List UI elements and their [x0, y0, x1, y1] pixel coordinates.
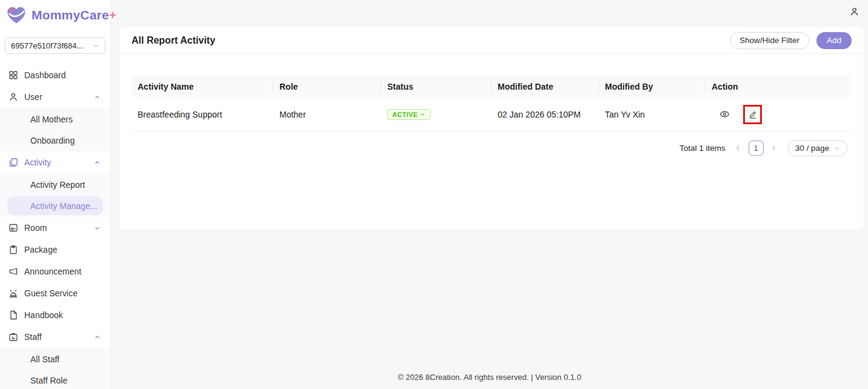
chevron-up-icon	[94, 334, 101, 341]
chevron-down-icon	[834, 145, 840, 151]
submenu-staff: All Staff Staff Role	[0, 348, 110, 389]
view-button[interactable]	[719, 109, 730, 119]
edit-pencil-icon	[748, 110, 758, 119]
page-title: All Report Activity	[132, 35, 215, 46]
chevron-right-icon	[770, 145, 777, 151]
chevron-down-icon	[93, 42, 99, 49]
page-size-select[interactable]: 30 / page	[788, 140, 847, 156]
brand-logo: MommyCare+	[0, 0, 110, 25]
brand-name: MommyCare+	[32, 8, 116, 22]
cell-activity-name: Breastfeeding Support	[132, 110, 273, 119]
cell-status: ACTIVE	[381, 109, 492, 120]
pagination: Total 1 items 1 30 / page	[132, 140, 852, 156]
sidebar-item-activity-management[interactable]: Activity Manage...	[7, 196, 103, 215]
sidebar-item-onboarding[interactable]: Onboarding	[0, 130, 110, 151]
report-activity-card: All Report Activity Show/Hide Filter Add…	[119, 27, 864, 230]
footer-copyright: © 2026 8Creation. All rights reserved. |…	[111, 373, 868, 382]
sidebar-item-all-mothers[interactable]: All Mothers	[0, 108, 110, 130]
copy-icon	[8, 158, 18, 167]
organization-select[interactable]: 69577e510f73f684...	[5, 38, 105, 54]
heart-logo-icon	[5, 5, 27, 25]
column-header-modified-date: Modified Date	[492, 76, 599, 98]
sidebar-item-activity-report[interactable]: Activity Report	[0, 174, 110, 195]
account-button[interactable]	[847, 5, 861, 18]
user-avatar-icon	[849, 7, 860, 17]
sidebar-item-dashboard[interactable]: Dashboard	[0, 64, 110, 86]
next-page-button[interactable]	[769, 143, 780, 154]
id-badge-icon	[8, 332, 18, 342]
chevron-up-icon	[94, 159, 101, 166]
sidebar-item-user[interactable]: User	[0, 86, 110, 108]
clipboard-icon	[8, 245, 18, 254]
sidebar-item-package[interactable]: Package	[0, 239, 110, 261]
sidebar-item-all-staff[interactable]: All Staff	[0, 348, 110, 370]
cell-action	[706, 105, 852, 124]
chevron-down-icon	[420, 111, 426, 117]
add-button[interactable]: Add	[816, 32, 852, 49]
column-header-modified-by: Modified By	[599, 76, 706, 98]
cell-modified-date: 02 Jan 2026 05:10PM	[492, 110, 599, 119]
column-header-status: Status	[381, 76, 492, 98]
status-badge[interactable]: ACTIVE	[387, 109, 430, 120]
chevron-up-icon	[94, 94, 101, 101]
edit-button[interactable]	[748, 110, 758, 119]
previous-page-button[interactable]	[733, 143, 744, 154]
column-header-role: Role	[273, 76, 381, 98]
eye-icon	[719, 109, 730, 119]
sidebar-item-room[interactable]: Room	[0, 217, 110, 239]
file-icon	[8, 310, 18, 320]
sidebar: MommyCare+ 69577e510f73f684... Dashboard	[0, 0, 111, 389]
sidebar-item-announcement[interactable]: Announcement	[0, 261, 110, 282]
sidebar-item-staff-role[interactable]: Staff Role	[0, 370, 110, 389]
submenu-user: All Mothers Onboarding	[0, 108, 110, 151]
show-hide-filter-button[interactable]: Show/Hide Filter	[730, 32, 809, 49]
sidebar-item-guest-service[interactable]: Guest Service	[0, 282, 110, 304]
room-control-icon	[8, 223, 18, 233]
card-header: All Report Activity Show/Hide Filter Add	[119, 27, 864, 54]
organization-select-value: 69577e510f73f684...	[11, 41, 83, 50]
chevron-left-icon	[735, 145, 741, 151]
sidebar-item-handbook[interactable]: Handbook	[0, 304, 110, 326]
dashboard-grid-icon	[8, 70, 18, 80]
megaphone-icon	[8, 267, 18, 276]
table-header-row: Activity Name Role Status Modified Date …	[132, 76, 852, 98]
submenu-activity: Activity Report Activity Manage...	[0, 173, 110, 217]
sidebar-item-staff[interactable]: Staff	[0, 326, 110, 348]
sidebar-item-activity[interactable]: Activity	[0, 151, 110, 173]
column-header-action: Action	[706, 76, 852, 98]
service-bell-icon	[8, 288, 18, 298]
table-row: Breastfeeding Support Mother ACTIVE 02 J…	[132, 98, 852, 131]
cell-modified-by: Tan Yv Xin	[599, 110, 706, 119]
page-number-button[interactable]: 1	[749, 141, 764, 156]
pagination-total: Total 1 items	[679, 144, 726, 153]
user-icon	[8, 92, 18, 102]
column-header-activity-name: Activity Name	[132, 76, 273, 98]
highlight-box	[743, 105, 762, 124]
cell-role: Mother	[273, 110, 381, 119]
chevron-down-icon	[94, 225, 101, 231]
sidebar-menu: Dashboard User All Mothers Onboarding	[0, 64, 110, 389]
